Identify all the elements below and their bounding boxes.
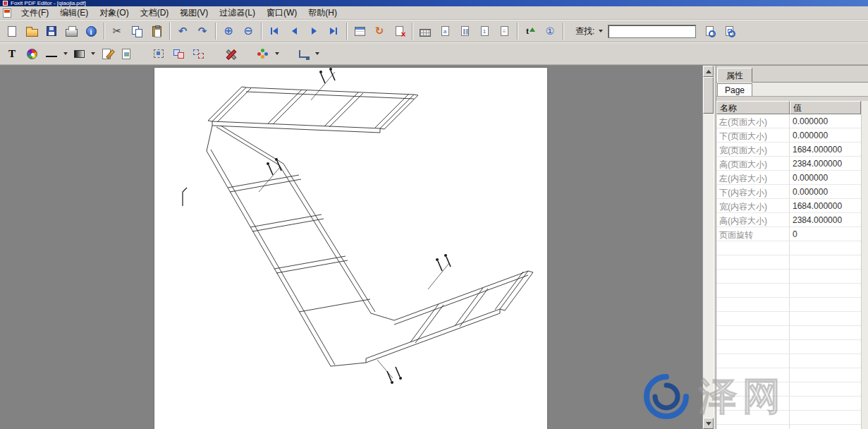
toolbar-separator	[412, 23, 412, 40]
menu-object[interactable]: 对象(O)	[94, 6, 134, 20]
menu-filter[interactable]: 过滤器(L)	[214, 6, 261, 20]
pdf-page[interactable]	[154, 67, 548, 429]
open-button[interactable]	[23, 22, 41, 40]
menu-window[interactable]: 窗口(W)	[261, 6, 302, 20]
zoom-in-button[interactable]	[219, 22, 238, 40]
layout-facing-button[interactable]	[456, 22, 474, 40]
zoom-out-button[interactable]	[239, 22, 257, 40]
circled-one-icon	[546, 25, 555, 37]
canvas-vertical-scrollbar[interactable]	[702, 66, 714, 429]
hex-grid-icon	[420, 29, 431, 37]
cut-button[interactable]	[108, 22, 126, 40]
menu-file[interactable]: 文件(F)	[16, 6, 54, 20]
marquee-icon	[154, 49, 164, 58]
page-form-button[interactable]	[350, 22, 369, 40]
redo-arrow-icon	[198, 25, 207, 37]
find-input[interactable]	[608, 25, 696, 38]
redo-button[interactable]	[193, 22, 212, 40]
tools-button[interactable]	[221, 44, 240, 63]
prev-page-button[interactable]	[285, 22, 303, 40]
property-name: 宽(页面大小)	[716, 143, 790, 157]
find-button[interactable]	[700, 22, 719, 40]
connector-dropdown[interactable]	[314, 44, 320, 63]
property-row[interactable]: 左(页面大小) 0.000000	[716, 114, 861, 128]
property-row-empty	[716, 312, 861, 326]
delete-page-button[interactable]	[390, 22, 408, 40]
copy-button[interactable]	[128, 22, 146, 40]
color-nodes-button[interactable]	[254, 44, 272, 63]
undo-button[interactable]	[173, 22, 192, 40]
properties-scrollbar[interactable]	[861, 101, 868, 429]
column-header-name[interactable]: 名称	[716, 101, 790, 114]
new-button[interactable]	[3, 22, 21, 40]
layout-numbered-button[interactable]	[475, 22, 494, 40]
color-picker-button[interactable]	[23, 44, 41, 63]
scroll-up-button[interactable]	[703, 66, 714, 77]
page-info-button[interactable]	[541, 22, 559, 40]
property-row-empty	[716, 340, 861, 354]
find-next-button[interactable]	[720, 22, 738, 40]
text-tool-button[interactable]	[3, 44, 21, 63]
properties-panel-header: 属性	[716, 66, 868, 83]
find-dropdown-button[interactable]	[597, 22, 604, 40]
cad-drawing	[154, 68, 547, 429]
property-row[interactable]: 高(内容大小) 2384.000000	[716, 213, 861, 227]
select-marquee-button[interactable]	[149, 44, 168, 63]
layout-single-button[interactable]	[436, 22, 454, 40]
last-page-button[interactable]	[324, 22, 343, 40]
paste-button[interactable]	[147, 22, 166, 40]
edit-page-icon	[102, 49, 111, 59]
rotate-page-button[interactable]	[370, 22, 389, 40]
scroll-down-button[interactable]	[703, 418, 714, 429]
edit-object-button[interactable]	[97, 44, 116, 63]
property-value: 0	[790, 227, 861, 241]
facing-pages-icon	[461, 26, 469, 36]
scrollbar-thumb[interactable]	[703, 77, 714, 114]
property-row[interactable]: 宽(内容大小) 1684.000000	[716, 199, 861, 213]
line-style-dropdown[interactable]	[62, 44, 68, 63]
property-row[interactable]: 下(内容大小) 0.000000	[716, 185, 861, 199]
toolbar-separator	[261, 23, 262, 40]
property-row[interactable]: 高(页面大小) 2384.000000	[716, 157, 861, 171]
column-header-value[interactable]: 值	[790, 101, 861, 114]
color-nodes-dropdown[interactable]	[274, 44, 280, 63]
document-canvas[interactable]	[0, 66, 702, 429]
property-row-empty	[716, 298, 861, 312]
first-page-button[interactable]	[265, 22, 283, 40]
group-objects-button[interactable]	[169, 44, 188, 63]
property-row-empty	[716, 241, 861, 255]
next-page-button[interactable]	[305, 22, 323, 40]
property-row[interactable]: 左(内容大小) 0.000000	[716, 171, 861, 185]
fill-style-button[interactable]	[70, 44, 88, 63]
property-name: 左(内容大小)	[716, 171, 790, 185]
property-name: 高(内容大小)	[716, 213, 790, 227]
tab-page[interactable]: Page	[717, 83, 752, 96]
menu-document[interactable]: 文档(D)	[135, 6, 175, 20]
tab-properties[interactable]: 属性	[717, 68, 752, 83]
fill-style-dropdown[interactable]	[90, 44, 96, 63]
menu-edit[interactable]: 编辑(E)	[54, 6, 94, 20]
line-style-button[interactable]	[42, 44, 61, 63]
extract-text-button[interactable]	[521, 22, 539, 40]
property-row[interactable]: 宽(页面大小) 1684.000000	[716, 143, 861, 157]
toolbar-separator	[563, 23, 563, 40]
layout-text-button[interactable]	[495, 22, 513, 40]
about-button[interactable]	[82, 22, 100, 40]
ungroup-objects-button[interactable]	[189, 44, 207, 63]
save-button[interactable]	[42, 22, 61, 40]
properties-panel: 属性 Page 名称 值 左(页面大小) 0.000000 下(页面大小) 0.…	[716, 66, 868, 429]
property-row-empty	[716, 368, 861, 382]
property-row[interactable]: 页面旋转 0	[716, 227, 861, 241]
property-name: 高(页面大小)	[716, 157, 790, 171]
hex-view-button[interactable]	[416, 22, 434, 40]
property-row[interactable]: 下(页面大小) 0.000000	[716, 128, 861, 143]
menu-view[interactable]: 视图(V)	[174, 6, 214, 20]
property-value: 1684.000000	[790, 143, 861, 157]
extract-text-icon	[525, 26, 536, 37]
connector-button[interactable]	[294, 44, 312, 63]
print-button[interactable]	[62, 22, 80, 40]
group-icon	[173, 49, 184, 59]
edit-image-button[interactable]	[117, 44, 135, 63]
menu-help[interactable]: 帮助(H)	[302, 6, 343, 20]
toolbar-separator	[104, 23, 104, 40]
